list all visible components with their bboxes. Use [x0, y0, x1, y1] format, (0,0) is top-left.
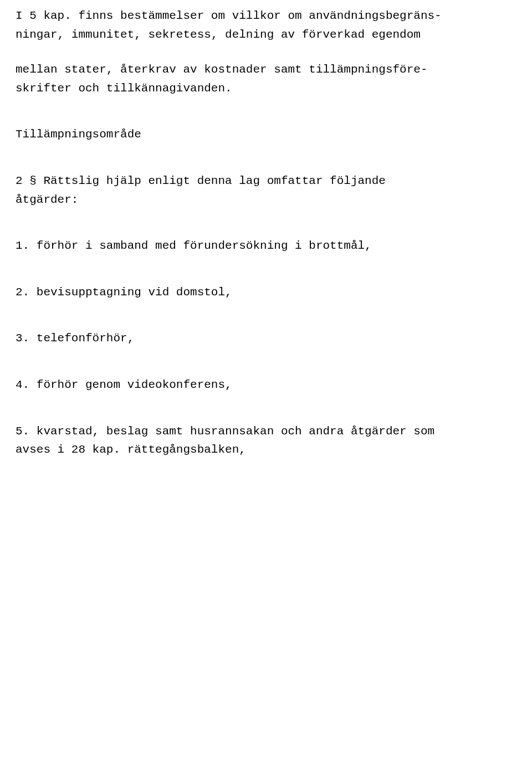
list-item-2: 2. bevisupptagning vid domstol, — [16, 283, 516, 302]
list-item-1: 1. förhör i samband med förundersökning … — [16, 237, 516, 255]
text-line: I 5 kap. finns bestämmelser om villkor o… — [16, 7, 516, 25]
text-line: 2 § Rättslig hjälp enligt denna lag omfa… — [16, 172, 516, 191]
heading-text: Tillämpningsområde — [16, 125, 516, 144]
text-line: 5. kvarstad, beslag samt husrannsakan oc… — [16, 422, 516, 441]
text-line: 1. förhör i samband med förundersökning … — [16, 237, 516, 255]
document-body: I 5 kap. finns bestämmelser om villkor o… — [16, 7, 516, 459]
text-line: ningar, immunitet, sekretess, delning av… — [16, 25, 516, 44]
section-heading: Tillämpningsområde — [16, 125, 516, 144]
list-item-4: 4. förhör genom videokonferens, — [16, 376, 516, 394]
text-line: 3. telefonförhör, — [16, 329, 516, 348]
intro-paragraph-part2: mellan stater, återkrav av kostnader sam… — [16, 60, 516, 98]
list-item-5: 5. kvarstad, beslag samt husrannsakan oc… — [16, 422, 516, 459]
text-line: skrifter och tillkännagivanden. — [16, 79, 516, 98]
text-line: avses i 28 kap. rättegångsbalken, — [16, 440, 516, 459]
text-line: 2. bevisupptagning vid domstol, — [16, 283, 516, 302]
section-2-intro: 2 § Rättslig hjälp enligt denna lag omfa… — [16, 172, 516, 209]
text-line: 4. förhör genom videokonferens, — [16, 376, 516, 394]
text-line: åtgärder: — [16, 191, 516, 209]
intro-paragraph-part1: I 5 kap. finns bestämmelser om villkor o… — [16, 7, 516, 44]
list-item-3: 3. telefonförhör, — [16, 329, 516, 348]
text-line: mellan stater, återkrav av kostnader sam… — [16, 60, 516, 79]
